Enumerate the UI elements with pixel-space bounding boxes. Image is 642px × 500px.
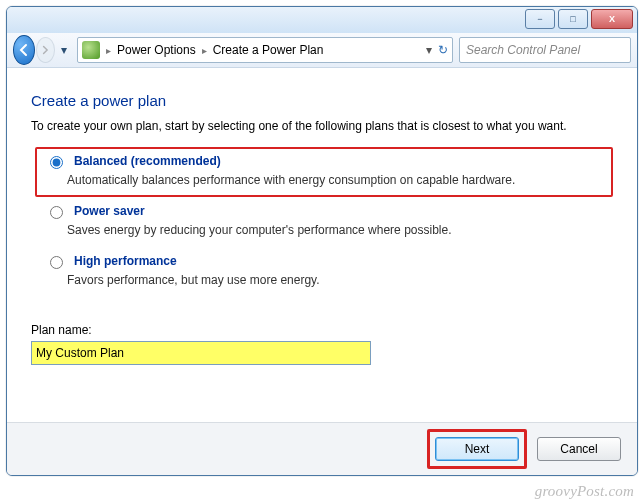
plan-name-label: Plan name: (31, 323, 613, 337)
address-bar[interactable]: ▸ Power Options ▸ Create a Power Plan ▾ … (77, 37, 453, 63)
minimize-button[interactable]: − (525, 9, 555, 29)
radio-powersaver[interactable] (50, 206, 63, 219)
option-title: Balanced (recommended) (74, 154, 221, 168)
page-intro: To create your own plan, start by select… (31, 119, 613, 133)
option-title: Power saver (74, 204, 145, 218)
control-panel-window: − □ X ▾ ▸ Power Options ▸ Create a Powe (6, 6, 638, 476)
page-title: Create a power plan (31, 92, 613, 109)
breadcrumb-item[interactable]: Create a Power Plan (213, 43, 324, 57)
radio-highperf[interactable] (50, 256, 63, 269)
plan-option-balanced[interactable]: Balanced (recommended) Automatically bal… (35, 147, 613, 197)
refresh-icon[interactable]: ↻ (438, 43, 448, 57)
cancel-button[interactable]: Cancel (537, 437, 621, 461)
watermark-text: groovyPost.com (535, 483, 634, 500)
option-title: High performance (74, 254, 177, 268)
plan-option-powersaver[interactable]: Power saver Saves energy by reducing you… (35, 197, 613, 247)
arrow-right-icon (40, 45, 50, 55)
navigation-bar: ▾ ▸ Power Options ▸ Create a Power Plan … (7, 33, 637, 68)
plan-name-input[interactable] (31, 341, 371, 365)
breadcrumb-item[interactable]: Power Options (117, 43, 196, 57)
footer-bar: Next Cancel (7, 422, 637, 475)
titlebar: − □ X (7, 7, 637, 33)
content-area: Create a power plan To create your own p… (7, 68, 637, 365)
next-button[interactable]: Next (435, 437, 519, 461)
arrow-left-icon (17, 43, 31, 57)
nav-forward-button (36, 37, 55, 63)
radio-balanced[interactable] (50, 156, 63, 169)
nav-back-button[interactable] (13, 35, 35, 65)
breadcrumb-sep-icon: ▸ (202, 45, 207, 56)
next-button-highlight: Next (427, 429, 527, 469)
close-button[interactable]: X (591, 9, 633, 29)
breadcrumb-sep-icon: ▸ (106, 45, 111, 56)
search-input[interactable]: Search Control Panel (459, 37, 631, 63)
option-desc: Saves energy by reducing your computer's… (67, 223, 603, 237)
option-desc: Automatically balances performance with … (67, 173, 603, 187)
power-options-icon (82, 41, 100, 59)
search-placeholder: Search Control Panel (466, 43, 580, 57)
option-desc: Favors performance, but may use more ene… (67, 273, 603, 287)
chevron-down-icon[interactable]: ▾ (426, 43, 432, 57)
chevron-down-icon[interactable]: ▾ (61, 43, 71, 57)
plan-option-highperf[interactable]: High performance Favors performance, but… (35, 247, 613, 297)
maximize-button[interactable]: □ (558, 9, 588, 29)
